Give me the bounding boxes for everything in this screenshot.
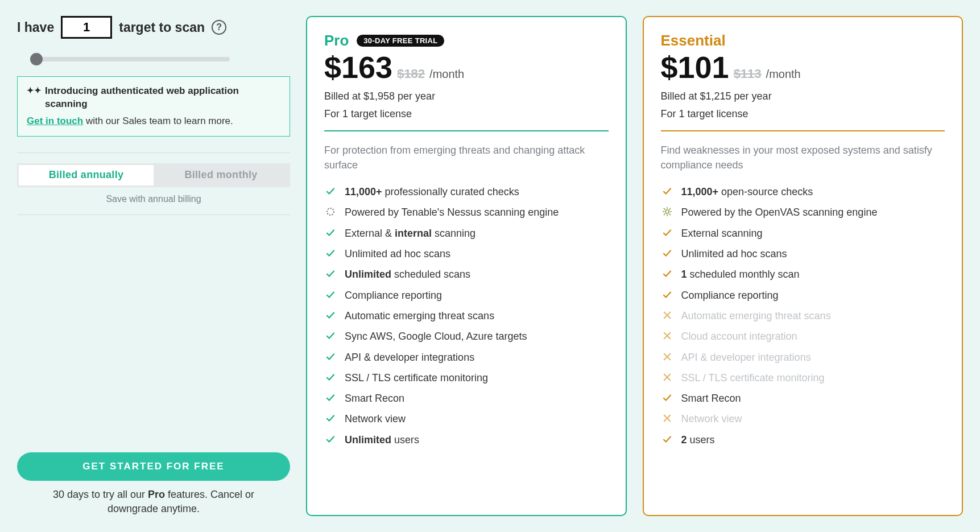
feature-text: External & internal scanning xyxy=(345,226,475,240)
feature-item: Compliance reporting xyxy=(324,288,609,302)
feature-text: Network view xyxy=(681,412,742,426)
feature-item: External scanning xyxy=(661,226,945,240)
ring-icon xyxy=(324,207,337,217)
price-essential: $101 xyxy=(661,52,729,83)
target-prefix: I have xyxy=(17,20,54,35)
feature-text: Sync AWS, Google Cloud, Azure targets xyxy=(345,329,527,343)
feature-text: SSL / TLS certificate monitoring xyxy=(681,371,825,385)
check-icon xyxy=(324,290,337,300)
feature-item: Smart Recon xyxy=(661,391,945,405)
svg-line-8 xyxy=(664,214,665,215)
feature-item: Automatic emerging threat scans xyxy=(324,309,609,323)
price-period-essential: /month xyxy=(766,68,801,81)
plan-name-pro: Pro xyxy=(324,32,349,50)
license-essential: For 1 target license xyxy=(661,108,945,120)
check-icon xyxy=(324,413,337,423)
feature-item: Smart Recon xyxy=(324,391,609,405)
plan-card-pro: Pro 30-DAY FREE TRIAL $163 $182 /month B… xyxy=(306,16,627,516)
tab-billed-annually[interactable]: Billed annually xyxy=(19,165,154,185)
feature-item: SSL / TLS certificate monitoring xyxy=(324,371,609,385)
feature-text: 1 scheduled monthly scan xyxy=(681,267,800,281)
promo-banner: ✦✦ Introducing authenticated web applica… xyxy=(17,76,290,137)
target-suffix: target to scan xyxy=(119,20,205,35)
feature-item: Powered by Tenable's Nessus scanning eng… xyxy=(324,205,609,219)
check-icon xyxy=(324,352,337,362)
license-pro: For 1 target license xyxy=(324,108,609,120)
divider xyxy=(17,152,290,153)
price-pro: $163 xyxy=(324,52,392,83)
feature-text: Unlimited users xyxy=(345,433,419,447)
cross-icon xyxy=(661,310,673,320)
feature-item: Unlimited ad hoc scans xyxy=(661,247,945,261)
svg-line-9 xyxy=(669,209,670,210)
sun-icon xyxy=(661,207,673,217)
features-pro: 11,000+ professionally curated checksPow… xyxy=(324,185,609,447)
feature-text: Network view xyxy=(345,412,406,426)
sparkle-icon: ✦✦ xyxy=(27,86,42,94)
tagline-essential: Find weaknesses in your most exposed sys… xyxy=(661,143,945,172)
plan-card-essential: Essential $101 $113 /month Billed at $1,… xyxy=(643,16,964,516)
plan-divider xyxy=(324,130,609,131)
feature-text: Powered by Tenable's Nessus scanning eng… xyxy=(345,205,559,219)
feature-text: API & developer integrations xyxy=(681,350,811,364)
help-icon[interactable]: ? xyxy=(212,20,226,35)
feature-text: Smart Recon xyxy=(681,391,741,405)
check-icon xyxy=(324,269,337,279)
check-icon xyxy=(661,228,673,238)
feature-text: Unlimited scheduled scans xyxy=(345,267,470,281)
billed-essential: Billed at $1,215 per year xyxy=(661,90,945,102)
feature-item: External & internal scanning xyxy=(324,226,609,240)
feature-item: API & developer integrations xyxy=(324,350,609,364)
feature-item: SSL / TLS certificate monitoring xyxy=(661,371,945,385)
feature-text: Compliance reporting xyxy=(345,288,442,302)
feature-item: 1 scheduled monthly scan xyxy=(661,267,945,281)
check-icon xyxy=(324,248,337,258)
svg-line-7 xyxy=(669,214,670,215)
feature-text: SSL / TLS certificate monitoring xyxy=(345,371,488,385)
feature-text: Smart Recon xyxy=(345,391,404,405)
price-strike-pro: $182 xyxy=(397,67,425,81)
target-slider[interactable] xyxy=(36,56,230,63)
target-count-input[interactable] xyxy=(61,16,112,39)
slider-thumb[interactable] xyxy=(30,53,43,65)
check-icon xyxy=(661,434,673,444)
feature-item: Cloud account integration xyxy=(661,329,945,343)
cross-icon xyxy=(661,331,673,341)
get-started-button[interactable]: GET STARTED FOR FREE xyxy=(17,452,290,481)
cross-icon xyxy=(661,413,673,423)
target-count-row: I have target to scan ? xyxy=(17,16,290,39)
svg-point-1 xyxy=(665,210,669,213)
price-period-pro: /month xyxy=(429,68,464,81)
feature-item: 11,000+ open-source checks xyxy=(661,185,945,199)
banner-text: Get in touch with our Sales team to lear… xyxy=(27,116,280,127)
feature-text: External scanning xyxy=(681,226,763,240)
tagline-pro: For protection from emerging threats and… xyxy=(324,143,609,172)
check-icon xyxy=(324,186,337,196)
price-strike-essential: $113 xyxy=(734,67,762,81)
get-in-touch-link[interactable]: Get in touch xyxy=(27,116,83,126)
feature-item: Network view xyxy=(324,412,609,426)
check-icon xyxy=(661,186,673,196)
feature-item: Unlimited ad hoc scans xyxy=(324,247,609,261)
feature-item: 2 users xyxy=(661,433,945,447)
check-icon xyxy=(324,393,337,403)
feature-item: Automatic emerging threat scans xyxy=(661,309,945,323)
feature-text: Powered by the OpenVAS scanning engine xyxy=(681,205,878,219)
feature-text: Unlimited ad hoc scans xyxy=(345,247,450,261)
check-icon xyxy=(324,434,337,444)
svg-point-0 xyxy=(327,208,334,215)
check-icon xyxy=(661,290,673,300)
check-icon xyxy=(661,269,673,279)
feature-item: Compliance reporting xyxy=(661,288,945,302)
feature-text: Automatic emerging threat scans xyxy=(345,309,494,323)
feature-item: Unlimited users xyxy=(324,433,609,447)
plan-divider xyxy=(661,130,945,131)
feature-item: Unlimited scheduled scans xyxy=(324,267,609,281)
cross-icon xyxy=(661,352,673,362)
trial-badge: 30-DAY FREE TRIAL xyxy=(357,35,444,47)
tab-billed-monthly[interactable]: Billed monthly xyxy=(154,165,288,185)
feature-text: API & developer integrations xyxy=(345,350,474,364)
feature-item: Powered by the OpenVAS scanning engine xyxy=(661,205,945,219)
billing-note: Save with annual billing xyxy=(17,194,290,204)
banner-title: Introducing authenticated web applicatio… xyxy=(45,85,280,111)
